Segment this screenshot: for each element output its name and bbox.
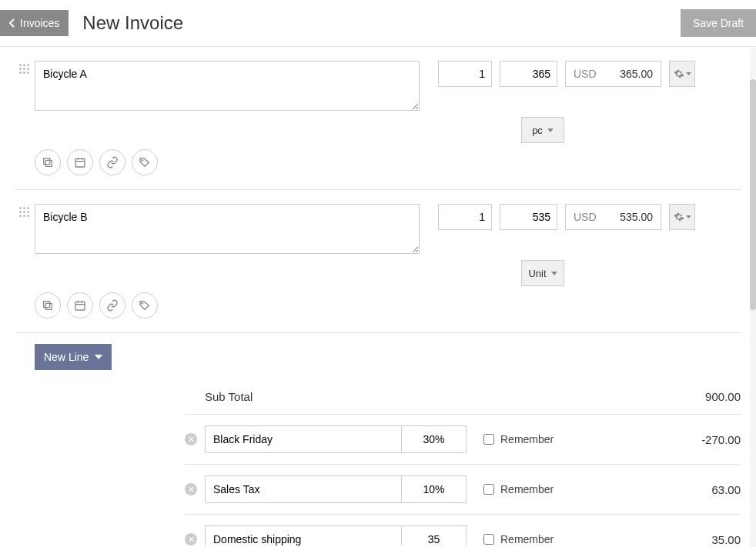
currency-label: USD [574, 68, 597, 80]
adjustment-amount: 63.00 [711, 483, 741, 496]
line-quantity-input[interactable] [438, 61, 492, 87]
line-item: USD 535.00 Unit [15, 189, 741, 332]
amount-value: 535.00 [620, 211, 653, 223]
remember-checkbox-input[interactable] [483, 534, 494, 545]
gear-icon [674, 68, 684, 79]
duplicate-line-button[interactable] [35, 292, 61, 319]
schedule-line-button[interactable] [67, 292, 93, 319]
remove-adjustment-button[interactable]: ✕ [185, 483, 197, 495]
svg-rect-8 [44, 302, 50, 308]
svg-rect-2 [75, 158, 85, 167]
svg-rect-0 [45, 160, 52, 166]
unit-label: pc [532, 125, 543, 136]
caret-down-icon [686, 72, 691, 75]
line-amount: USD 365.00 [565, 61, 661, 87]
scrollbar-thumb[interactable] [750, 79, 756, 310]
adjustment-name-input[interactable] [205, 525, 401, 545]
remember-label: Remember [500, 533, 554, 545]
line-quantity-input[interactable] [438, 204, 492, 230]
line-description-input[interactable] [35, 61, 420, 111]
link-icon [106, 156, 119, 168]
remember-checkbox-input[interactable] [483, 484, 494, 495]
svg-point-13 [142, 302, 143, 304]
link-line-button[interactable] [99, 292, 125, 319]
link-line-button[interactable] [99, 149, 125, 175]
grip-icon [19, 64, 29, 74]
copy-icon [42, 156, 54, 168]
svg-rect-1 [44, 158, 50, 165]
back-label: Invoices [20, 17, 59, 29]
caret-down-icon [547, 128, 554, 132]
link-icon [106, 299, 119, 312]
adjustment-row: ✕ Remember -270.00 [185, 414, 741, 464]
adjustment-value-input[interactable] [401, 525, 467, 545]
line-settings-button[interactable] [669, 61, 695, 87]
svg-rect-9 [75, 302, 85, 310]
drag-handle[interactable] [19, 207, 29, 217]
currency-label: USD [574, 211, 597, 223]
unit-label: Unit [528, 268, 546, 279]
remember-checkbox-input[interactable] [483, 434, 494, 445]
line-description-input[interactable] [35, 204, 420, 254]
calendar-icon [74, 156, 86, 168]
chevron-left-icon [9, 18, 15, 28]
adjustment-amount: -270.00 [701, 433, 741, 446]
remember-checkbox[interactable]: Remember [483, 433, 554, 445]
remember-checkbox[interactable]: Remember [483, 533, 554, 545]
adjustment-value-input[interactable] [401, 425, 467, 453]
adjustment-amount: 35.00 [711, 533, 741, 546]
totals-section: Sub Total 900.00 ✕ Remember -270.00 ✕ [185, 379, 741, 545]
back-to-invoices-button[interactable]: Invoices [0, 10, 69, 36]
line-amount: USD 535.00 [565, 204, 661, 230]
svg-point-6 [142, 159, 143, 161]
schedule-line-button[interactable] [67, 149, 93, 175]
content-area: USD 365.00 pc [0, 47, 756, 545]
drag-handle[interactable] [19, 64, 29, 74]
svg-rect-7 [45, 303, 52, 309]
vertical-scrollbar[interactable] [750, 48, 756, 545]
page-header: Invoices New Invoice Save Draft [0, 0, 756, 47]
remember-label: Remember [500, 483, 554, 495]
subtotal-amount: 900.00 [705, 390, 741, 403]
line-item: USD 365.00 pc [15, 47, 741, 189]
tag-icon [139, 156, 151, 168]
line-price-input[interactable] [500, 61, 557, 87]
calendar-icon [74, 299, 86, 312]
line-unit-select[interactable]: pc [521, 117, 564, 143]
gear-icon [674, 212, 684, 222]
caret-down-icon [551, 272, 557, 275]
tag-line-button[interactable] [132, 149, 158, 175]
new-line-label: New Line [44, 351, 89, 363]
adjustment-row: ✕ Remember 63.00 [185, 464, 741, 514]
new-line-button[interactable]: New Line [35, 344, 112, 370]
copy-icon [42, 299, 54, 312]
page-title: New Invoice [82, 12, 183, 34]
tag-icon [139, 299, 151, 312]
amount-value: 365.00 [620, 68, 653, 80]
line-price-input[interactable] [500, 204, 557, 230]
remove-adjustment-button[interactable]: ✕ [185, 433, 197, 445]
adjustment-name-input[interactable] [205, 425, 401, 453]
remember-label: Remember [500, 433, 554, 445]
duplicate-line-button[interactable] [35, 149, 61, 175]
caret-down-icon [686, 215, 691, 218]
adjustment-row: ✕ Remember 35.00 [185, 514, 741, 545]
subtotal-row: Sub Total 900.00 [185, 379, 741, 414]
adjustment-value-input[interactable] [401, 475, 467, 503]
caret-down-icon [95, 355, 102, 359]
grip-icon [19, 207, 29, 217]
adjustment-name-input[interactable] [205, 475, 401, 503]
line-unit-select[interactable]: Unit [521, 260, 564, 286]
remove-adjustment-button[interactable]: ✕ [185, 533, 197, 545]
save-draft-button[interactable]: Save Draft [681, 9, 756, 37]
subtotal-label: Sub Total [205, 390, 253, 403]
remember-checkbox[interactable]: Remember [483, 483, 554, 495]
tag-line-button[interactable] [132, 292, 158, 319]
line-settings-button[interactable] [669, 204, 695, 230]
